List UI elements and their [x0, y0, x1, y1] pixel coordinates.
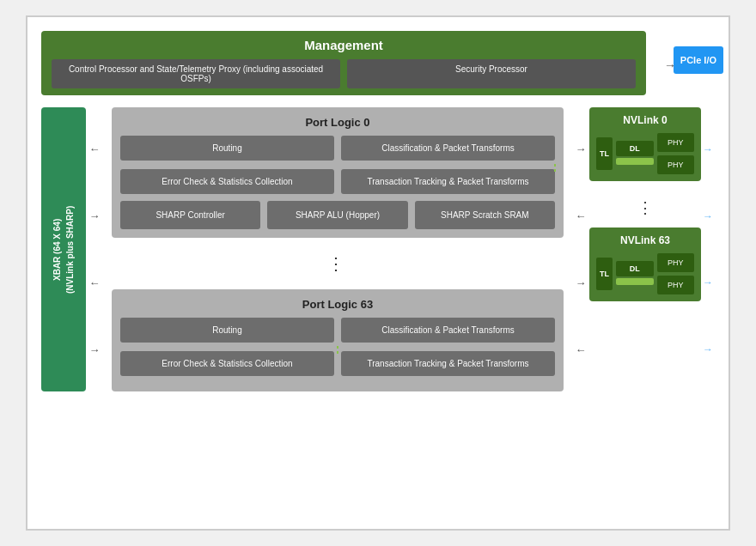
- nvlink-63-phy1: PHY: [657, 253, 695, 272]
- center-section: Port Logic 0 Routing Classification & Pa…: [103, 107, 572, 391]
- nvlink-63-phy-col: PHY PHY: [657, 253, 695, 294]
- nvlink-63-tl: TL: [596, 258, 613, 290]
- nvlink-63-phy2: PHY: [657, 276, 695, 294]
- pcie-box: PCIe I/O: [674, 46, 723, 74]
- nvlink-0-dl: DL: [616, 141, 654, 156]
- arrow-left-2: →: [89, 209, 101, 222]
- nvlink-0-title: NVLink 0: [596, 114, 694, 126]
- xbar-panel: XBAR (64 X 64) (NVLink plus SHARP): [41, 107, 86, 391]
- blue-arrow-2: →: [703, 210, 713, 222]
- pl0-error-check: Error Check & Statistics Collection: [120, 169, 334, 194]
- right-arrows: → ← → ←: [572, 107, 589, 391]
- arrow-right-4: ←: [576, 343, 587, 356]
- arrow-right-1: →: [576, 143, 587, 155]
- blue-arrows: → → → →: [701, 107, 715, 391]
- arrow-left-4: →: [89, 343, 101, 356]
- mgmt-box-1: Control Processor and State/Telemetry Pr…: [52, 59, 340, 88]
- left-arrows: ← → ← →: [86, 107, 103, 391]
- pl63-error-check: Error Check & Statistics Collection: [120, 351, 334, 376]
- dashed-connector-0: [338, 164, 756, 173]
- pl0-row2: Error Check & Statistics Collection Tran…: [120, 169, 555, 194]
- port-logic-0: Port Logic 0 Routing Classification & Pa…: [112, 107, 564, 238]
- pl0-routing: Routing: [120, 136, 334, 161]
- nvlink-0-dl-col: DL: [616, 141, 654, 167]
- main-content: XBAR (64 X 64) (NVLink plus SHARP) ← → ←…: [41, 107, 715, 391]
- arrow-left-1: ←: [89, 143, 101, 155]
- pl0-sharp-row: SHARP Controller SHARP ALU (Hopper) SHAR…: [120, 201, 555, 229]
- pl63-tx-tracking: Transaction Tracking & Packet Transforms: [341, 351, 555, 376]
- pl63-routing: Routing: [120, 318, 334, 343]
- port-logic-63: Port Logic 63 Routing Classification & P…: [112, 289, 564, 391]
- nvlink-0-phy1: PHY: [657, 133, 695, 152]
- arrow-right-2: ←: [576, 209, 587, 222]
- pl0-sharp-ctrl: SHARP Controller: [120, 201, 260, 229]
- pl63-row2: Error Check & Statistics Collection Tran…: [120, 351, 555, 376]
- nvlink-63-inner: TL DL PHY PHY: [596, 253, 694, 294]
- pl0-class-packet: Classification & Packet Transforms: [341, 136, 555, 161]
- pl0-row1: Routing Classification & Packet Transfor…: [120, 136, 555, 161]
- pl0-tx-tracking: Transaction Tracking & Packet Transforms: [341, 169, 555, 194]
- nvlink-63: NVLink 63 TL DL PHY: [589, 228, 701, 301]
- nvlink-63-dl-col: DL: [616, 261, 654, 287]
- management-boxes: Control Processor and State/Telemetry Pr…: [52, 59, 636, 88]
- port-logic-0-title: Port Logic 0: [120, 116, 555, 129]
- pl0-sharp-alu: SHARP ALU (Hopper): [267, 201, 407, 229]
- blue-arrow-4: →: [703, 343, 713, 355]
- pl0-sharp-sram: SHARP Scratch SRAM: [415, 201, 555, 229]
- mgmt-box-2: Security Processor: [347, 59, 636, 88]
- management-title: Management: [52, 38, 636, 52]
- nvlink-63-dl: DL: [616, 261, 654, 276]
- diagram-wrapper: Management Control Processor and State/T…: [26, 15, 730, 531]
- dots-separator: ⋮: [112, 246, 564, 281]
- management-section: Management Control Processor and State/T…: [41, 31, 646, 95]
- port-logic-63-title: Port Logic 63: [120, 298, 555, 311]
- pl63-row1: Routing Classification & Packet Transfor…: [120, 318, 555, 343]
- arrow-right-3: →: [576, 276, 587, 289]
- nvlink-section: NVLink 0 TL DL PHY: [589, 107, 701, 391]
- nvlink-63-greenbar: [616, 278, 654, 285]
- blue-arrow-1: →: [703, 143, 713, 155]
- pcie-arrow: →: [664, 58, 676, 72]
- pl63-class-packet: Classification & Packet Transforms: [341, 318, 555, 343]
- blue-arrow-3: →: [703, 276, 713, 288]
- nvlink-dots: ⋮: [589, 188, 701, 228]
- nvlink-63-title: NVLink 63: [596, 234, 694, 246]
- arrow-left-3: ←: [89, 276, 101, 289]
